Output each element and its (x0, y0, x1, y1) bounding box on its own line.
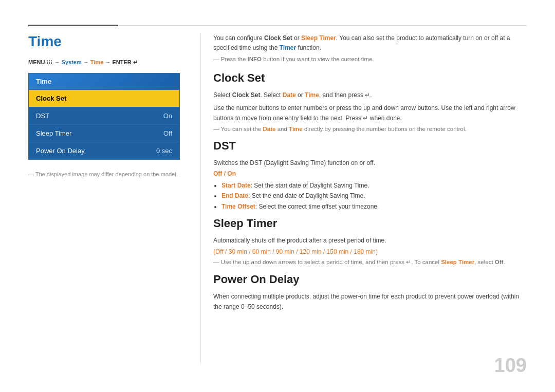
section-title-sleep-timer: Sleep Timer (213, 217, 527, 230)
bullet-start-date: Start Date: Set the start date of Daylig… (221, 180, 527, 191)
dst-body1: Switches the DST (Daylight Saving Time) … (213, 158, 527, 168)
menu-header: Time (29, 73, 179, 89)
menu-item-value: Off (163, 129, 172, 137)
menu-item-label: Power On Delay (36, 147, 85, 155)
menu-item-value: 0 sec (156, 147, 172, 155)
power-on-delay-body1: When connecting multiple products, adjus… (213, 291, 527, 312)
menu-item-sleep-timer[interactable]: Sleep Timer Off (29, 124, 179, 142)
section-title-dst: DST (213, 139, 527, 153)
top-line-light (118, 25, 527, 26)
section-title-clock-set: Clock Set (213, 71, 527, 85)
clock-set-body2: Use the number buttons to enter numbers … (213, 103, 527, 124)
sleep-timer-options: (Off / 30 min / 60 min / 90 min / 120 mi… (213, 248, 527, 255)
top-decorative-lines (28, 25, 527, 26)
menu-arrow2: → (83, 59, 90, 65)
menu-box: Time Clock Set DST On Sleep Timer Off Po… (28, 73, 180, 160)
disclaimer: The displayed image may differ depending… (28, 171, 182, 177)
enter-icon: ↵ (133, 59, 138, 65)
sleep-timer-note: Use the up and down arrows to select a p… (213, 258, 527, 266)
top-line-dark (28, 25, 118, 26)
vertical-divider (200, 33, 201, 364)
menu-item-clock-set[interactable]: Clock Set (29, 89, 179, 107)
intro-text: You can configure Clock Set or Sleep Tim… (213, 33, 527, 53)
menu-item-dst[interactable]: DST On (29, 107, 179, 124)
bullet-end-date: End Date: Set the end date of Daylight S… (221, 191, 527, 201)
left-panel: Time MENU ⁝⁝⁝ → System → Time → ENTER ↵ … (28, 33, 182, 177)
menu-item-value: On (163, 112, 172, 120)
sleep-timer-body1: Automatically shuts off the product afte… (213, 235, 527, 246)
clock-set-note: You can set the Date and Time directly b… (213, 126, 527, 132)
menu-prefix: MENU (28, 59, 46, 65)
dst-subtitle: Off / On (213, 170, 527, 177)
menu-path: MENU ⁝⁝⁝ → System → Time → ENTER ↵ (28, 59, 182, 66)
menu-icon: ⁝⁝⁝ (46, 59, 52, 65)
menu-item-label: Clock Set (36, 95, 66, 102)
menu-arrow3: → ENTER (105, 59, 133, 65)
clock-set-body1: Select Clock Set. Select Date or Time, a… (213, 90, 527, 100)
menu-item-power-on-delay[interactable]: Power On Delay 0 sec (29, 142, 179, 159)
menu-item-label: Sleep Timer (36, 129, 71, 137)
menu-time[interactable]: Time (90, 59, 103, 65)
page-title: Time (28, 33, 182, 50)
section-title-power-on-delay: Power On Delay (213, 273, 527, 286)
page-number: 109 (494, 354, 527, 377)
right-panel: You can configure Clock Set or Sleep Tim… (213, 33, 527, 314)
bullet-time-offset: Time Offset: Select the correct time off… (221, 201, 527, 212)
menu-system[interactable]: System (62, 59, 82, 65)
intro-note: Press the INFO button if you want to vie… (213, 56, 527, 62)
menu-item-label: DST (36, 112, 49, 120)
menu-arrow1: → (54, 59, 62, 65)
dst-bullets: Start Date: Set the start date of Daylig… (221, 180, 527, 212)
